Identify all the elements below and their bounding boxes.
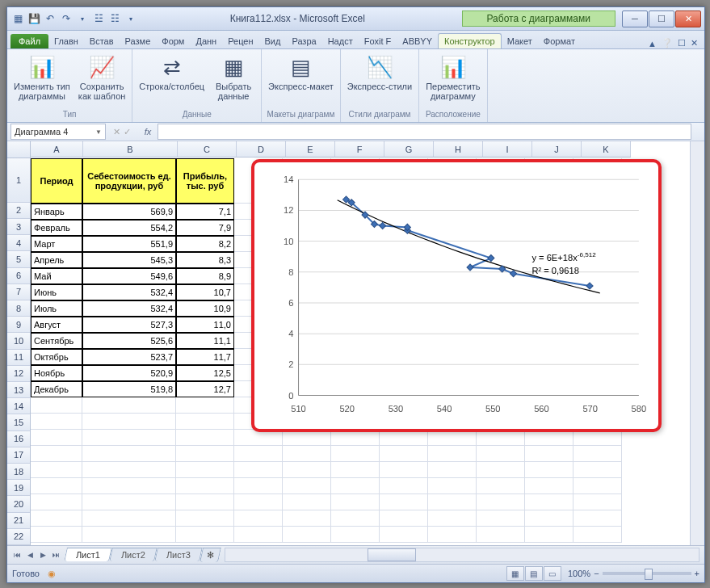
row-header-7[interactable]: 7 xyxy=(7,284,30,300)
cell-A21[interactable] xyxy=(31,510,82,527)
horizontal-scrollbar[interactable] xyxy=(225,548,699,562)
cell-H21[interactable] xyxy=(428,510,477,527)
cell-B20[interactable] xyxy=(82,494,176,510)
tab-formulas[interactable]: Форм xyxy=(156,34,190,48)
row-header-11[interactable]: 11 xyxy=(7,350,30,366)
cell-K17[interactable] xyxy=(573,446,622,462)
cell-D19[interactable] xyxy=(234,478,283,494)
cell-B1[interactable]: Себестоимость ед. продукции, руб xyxy=(82,158,176,204)
cell-H17[interactable] xyxy=(428,446,477,462)
tab-developer[interactable]: Разра xyxy=(286,34,321,48)
cell-B2[interactable]: 569,9 xyxy=(82,204,176,220)
switch-row-column-button[interactable]: ⇄ Строка/столбец xyxy=(137,52,206,93)
cell-F19[interactable] xyxy=(331,478,380,494)
cell-A1[interactable]: Период xyxy=(31,158,82,204)
cell-J19[interactable] xyxy=(525,478,573,494)
cell-H16[interactable] xyxy=(428,430,477,446)
cell-A13[interactable]: Декабрь xyxy=(31,381,82,397)
cell-A14[interactable] xyxy=(31,397,82,414)
tab-file[interactable]: Файл xyxy=(11,34,48,48)
qat-extra1-icon[interactable]: ☳ xyxy=(91,11,106,26)
cell-E19[interactable] xyxy=(283,478,331,494)
cell-I21[interactable] xyxy=(477,510,525,527)
cell-C4[interactable]: 8,2 xyxy=(176,236,234,252)
cell-A10[interactable]: Сентябрь xyxy=(31,333,82,349)
cell-J18[interactable] xyxy=(525,462,573,478)
cell-A15[interactable] xyxy=(31,414,82,430)
cell-C11[interactable]: 11,7 xyxy=(176,349,234,365)
cell-B19[interactable] xyxy=(82,478,176,494)
cell-I17[interactable] xyxy=(477,446,525,462)
column-header-G[interactable]: G xyxy=(384,141,434,158)
cell-C6[interactable]: 8,9 xyxy=(176,268,234,284)
cell-I22[interactable] xyxy=(477,527,525,543)
column-header-E[interactable]: E xyxy=(286,141,335,158)
qat-extra2-icon[interactable]: ☷ xyxy=(107,11,122,26)
column-header-D[interactable]: D xyxy=(237,141,286,158)
first-sheet-icon[interactable]: ⏮ xyxy=(11,551,23,559)
cell-J20[interactable] xyxy=(525,494,573,510)
cell-F18[interactable] xyxy=(331,462,380,478)
row-header-9[interactable]: 9 xyxy=(7,317,30,333)
cell-E17[interactable] xyxy=(283,446,331,462)
cell-A11[interactable]: Октябрь xyxy=(31,349,82,365)
row-header-4[interactable]: 4 xyxy=(7,235,30,251)
cell-K18[interactable] xyxy=(573,462,622,478)
cell-J16[interactable] xyxy=(525,430,573,446)
cell-A20[interactable] xyxy=(31,494,82,510)
cell-A18[interactable] xyxy=(31,462,82,478)
cell-C15[interactable] xyxy=(176,414,234,430)
workbook-close-icon[interactable]: ✕ xyxy=(691,38,698,48)
cell-A17[interactable] xyxy=(31,446,82,462)
cell-C9[interactable]: 11,0 xyxy=(176,317,234,333)
cell-A22[interactable] xyxy=(31,527,82,543)
cell-C20[interactable] xyxy=(176,494,234,510)
save-as-template-button[interactable]: 📈 Сохранить как шаблон xyxy=(77,52,128,103)
row-header-2[interactable]: 2 xyxy=(7,203,30,219)
cell-I19[interactable] xyxy=(477,478,525,494)
zoom-out-button[interactable]: − xyxy=(594,569,599,578)
name-box[interactable]: Диаграмма 4▼ xyxy=(11,124,106,140)
cell-F22[interactable] xyxy=(331,527,380,543)
cell-E21[interactable] xyxy=(283,510,331,527)
row-header-17[interactable]: 17 xyxy=(7,447,30,464)
select-all-corner[interactable] xyxy=(7,141,31,158)
ribbon-minimize-icon[interactable]: ▲ xyxy=(648,39,657,48)
cell-C18[interactable] xyxy=(176,462,234,478)
view-buttons[interactable]: ▦ ▤ ▭ xyxy=(506,566,561,581)
cell-D17[interactable] xyxy=(234,446,283,462)
cell-F17[interactable] xyxy=(331,446,380,462)
cell-G21[interactable] xyxy=(380,510,428,527)
column-header-C[interactable]: C xyxy=(178,141,237,158)
cell-H22[interactable] xyxy=(428,527,477,543)
undo-icon[interactable]: ↶ xyxy=(43,11,57,26)
row-header-16[interactable]: 16 xyxy=(7,431,30,447)
tab-format[interactable]: Формат xyxy=(538,34,581,48)
cell-E22[interactable] xyxy=(283,527,331,543)
column-header-B[interactable]: B xyxy=(83,141,178,158)
prev-sheet-icon[interactable]: ◀ xyxy=(23,551,36,559)
tab-home[interactable]: Главн xyxy=(48,34,84,48)
save-icon[interactable]: 💾 xyxy=(27,11,41,26)
cell-D16[interactable] xyxy=(234,430,283,446)
cell-K22[interactable] xyxy=(573,527,622,543)
sheet-tab-2[interactable]: Лист2 xyxy=(109,548,158,561)
cell-G22[interactable] xyxy=(380,527,428,543)
cell-G16[interactable] xyxy=(380,430,428,446)
cell-B21[interactable] xyxy=(82,510,176,527)
cell-B9[interactable]: 527,3 xyxy=(82,317,176,333)
cell-A2[interactable]: Январь xyxy=(31,204,82,220)
tab-addins[interactable]: Надст xyxy=(322,34,359,48)
sheet-tab-3[interactable]: Лист3 xyxy=(154,548,203,561)
sheet-nav-buttons[interactable]: ⏮ ◀ ▶ ⏭ xyxy=(7,551,65,559)
change-chart-type-button[interactable]: 📊 Изменить тип диаграммы xyxy=(12,52,72,103)
row-header-5[interactable]: 5 xyxy=(7,251,30,267)
cell-J21[interactable] xyxy=(525,510,573,527)
row-header-22[interactable]: 22 xyxy=(7,529,30,545)
cell-B5[interactable]: 545,3 xyxy=(82,252,176,268)
cell-K20[interactable] xyxy=(573,494,622,510)
cell-I16[interactable] xyxy=(477,430,525,446)
cell-J22[interactable] xyxy=(525,527,573,543)
cell-C3[interactable]: 7,9 xyxy=(176,220,234,236)
new-sheet-button[interactable]: ✻ xyxy=(200,548,221,562)
